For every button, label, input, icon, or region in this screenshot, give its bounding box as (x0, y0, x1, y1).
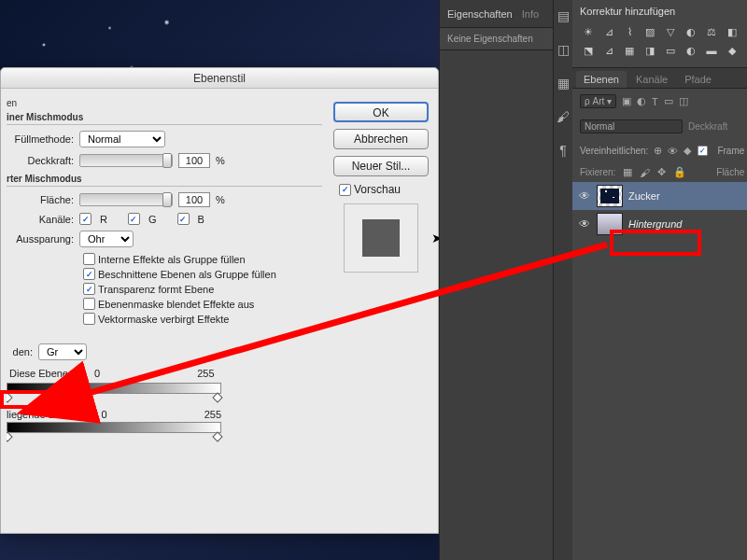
this-layer-high: 255 (197, 368, 214, 379)
ok-button[interactable]: OK (333, 102, 429, 122)
opt-layer-mask-hides-checkbox[interactable] (83, 298, 95, 310)
knockout-select[interactable]: Ohne (79, 231, 134, 247)
navigator-icon[interactable]: ◫ (554, 41, 572, 58)
preview-swatch (362, 219, 400, 257)
pct-label: % (216, 155, 225, 166)
layer-row-hintergrund[interactable]: 👁 Hintergrund (572, 210, 747, 238)
layer-thumbnail[interactable] (597, 185, 623, 207)
fill-label: Fläche (716, 167, 744, 177)
brightness-icon[interactable]: ☀ (580, 24, 597, 39)
opacity-label: Deckkraft (688, 121, 727, 132)
posterize-icon[interactable]: ▭ (662, 43, 679, 58)
dialog-title: Ebenenstil (1, 68, 438, 89)
blend-mode-select[interactable]: Normal (580, 119, 683, 133)
levels-icon[interactable]: ⊿ (600, 24, 617, 39)
channel-mixer-icon[interactable]: ⊿ (600, 43, 617, 58)
lock-label: Fixieren: (580, 167, 615, 177)
opt-vector-mask-hides-checkbox[interactable] (83, 313, 95, 325)
gradient-map-icon[interactable]: ▬ (703, 43, 720, 58)
opacity-label: Deckkraft: (7, 155, 74, 166)
unify-style-icon[interactable]: ◆ (684, 145, 691, 157)
layers-tab[interactable]: Ebenen (576, 71, 627, 88)
opt-internal-effects-checkbox[interactable] (83, 253, 95, 265)
opt-transparency-shapes-checkbox[interactable] (83, 283, 95, 295)
fill-method-select[interactable]: Normal (79, 131, 165, 147)
underlying-high: 255 (204, 409, 221, 420)
character-icon[interactable]: ¶ (554, 142, 572, 159)
info-tab[interactable]: Info (522, 8, 539, 20)
fill-method-label: Füllmethode: (7, 133, 74, 145)
section-blend-adv: rter Mischmodus (7, 174, 322, 187)
bw-icon[interactable]: ◧ (724, 24, 740, 39)
opacity-slider[interactable] (79, 154, 173, 167)
this-layer-label: Diese Ebene: (7, 366, 74, 381)
new-style-button[interactable]: Neuer Stil... (333, 156, 429, 176)
opt-clipped-layers-checkbox[interactable] (83, 268, 95, 280)
filter-shape-icon[interactable]: ▭ (664, 95, 673, 107)
filter-type-icon[interactable]: T (652, 96, 658, 107)
layer-name[interactable]: Hintergrund (628, 218, 682, 230)
invert-icon[interactable]: ◨ (641, 43, 658, 58)
underlying-black-handle[interactable] (7, 431, 13, 441)
exposure-icon[interactable]: ▨ (641, 24, 658, 39)
hue-icon[interactable]: ◐ (683, 24, 699, 39)
vibrance-icon[interactable]: ▽ (662, 24, 679, 39)
this-layer-black-handle[interactable] (7, 392, 13, 402)
unify-position-icon[interactable]: ⊕ (654, 145, 662, 157)
filter-image-icon[interactable]: ▣ (622, 95, 631, 107)
brushes-icon[interactable]: 🖌 (554, 108, 572, 125)
section-blend-basic: iner Mischmodus (7, 112, 322, 125)
layer-row-zucker[interactable]: 👁 Zucker (572, 182, 747, 210)
visibility-toggle-icon[interactable]: 👁 (578, 217, 591, 231)
photo-filter-icon[interactable]: ⬔ (580, 43, 597, 58)
underlying-layer-label: liegende Ebene: (7, 409, 81, 420)
lock-transparency-icon[interactable]: ▦ (623, 166, 632, 178)
color-balance-icon[interactable]: ⚖ (703, 24, 720, 39)
blend-if-select[interactable]: Grau (38, 343, 87, 360)
lookup-icon[interactable]: ▦ (621, 43, 638, 58)
this-layer-gradient[interactable] (7, 383, 221, 394)
layer-filter-select[interactable]: ρ Art ▾ (580, 94, 616, 108)
underlying-white-handle[interactable] (212, 431, 222, 441)
app-panels: Eigenschaften Info ▸▸ ≡ Keine Eigenschaf… (439, 0, 747, 560)
curves-icon[interactable]: ⌇ (621, 24, 638, 39)
lock-all-icon[interactable]: 🔒 (673, 166, 686, 178)
layer-thumbnail[interactable] (597, 213, 623, 235)
underlying-low: 0 (102, 409, 107, 420)
this-layer-low: 0 (94, 368, 100, 379)
fill-opacity-input[interactable]: 100 (178, 192, 210, 207)
blend-if-label: den: (7, 346, 33, 357)
this-layer-white-handle[interactable] (212, 392, 222, 402)
fill-opacity-label: Fläche: (7, 194, 74, 205)
paths-tab[interactable]: Pfade (677, 71, 719, 88)
channel-r-checkbox[interactable] (79, 213, 92, 225)
channel-b-checkbox[interactable] (177, 213, 190, 225)
preview-checkbox[interactable] (339, 184, 351, 196)
lock-position-icon[interactable]: ✥ (657, 166, 666, 178)
selective-color-icon[interactable]: ◆ (724, 43, 740, 58)
underlying-gradient[interactable] (7, 422, 221, 433)
filter-adjust-icon[interactable]: ◐ (637, 95, 646, 107)
cancel-button[interactable]: Abbrechen (333, 129, 429, 149)
channel-g-checkbox[interactable] (128, 213, 140, 225)
unify-visibility-icon[interactable]: 👁 (668, 146, 678, 157)
channels-tab[interactable]: Kanäle (628, 71, 675, 88)
adjustments-title: Korrektur hinzufügen (580, 6, 744, 17)
swatches-icon[interactable]: ▦ (554, 75, 572, 91)
opacity-input[interactable]: 100 (178, 153, 210, 168)
filter-smart-icon[interactable]: ◫ (679, 95, 688, 107)
threshold-icon[interactable]: ◐ (683, 43, 699, 58)
unify-label: Vereinheitlichen: (580, 146, 648, 156)
no-properties-text: Keine Eigenschaften (440, 28, 553, 50)
preview-label: Vorschau (354, 183, 401, 196)
knockout-label: Aussparung: (7, 233, 74, 245)
properties-tab[interactable]: Eigenschaften (447, 8, 513, 20)
style-preview-box (344, 203, 418, 273)
layer-name[interactable]: Zucker (628, 190, 660, 202)
histogram-icon[interactable]: ▤ (554, 7, 572, 24)
frame-checkbox[interactable] (698, 146, 708, 156)
layer-style-dialog: Ebenenstil en iner Mischmodus Füllmethod… (0, 67, 439, 534)
lock-pixels-icon[interactable]: 🖌 (640, 167, 650, 178)
visibility-toggle-icon[interactable]: 👁 (578, 189, 591, 203)
fill-opacity-slider[interactable] (79, 193, 173, 206)
